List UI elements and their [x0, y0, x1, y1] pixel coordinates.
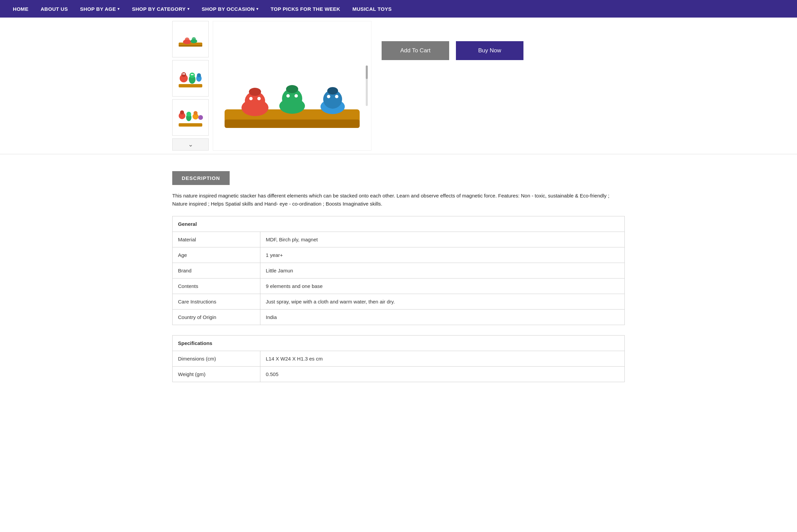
thumbnail-3[interactable] [172, 99, 209, 136]
table-row: Brand Little Jamun [172, 263, 625, 279]
shop-by-category-dropdown-icon: ▾ [187, 7, 189, 11]
svg-rect-1 [179, 45, 202, 46]
age-value: 1 year+ [260, 247, 625, 263]
product-title-area [382, 21, 625, 34]
shop-by-age-dropdown-icon: ▾ [117, 7, 119, 11]
nav-shop-by-occasion[interactable]: SHOP BY OCCASION ▾ [196, 0, 264, 18]
product-area: ⌄ [162, 18, 635, 151]
specs-table-header: Specifications [172, 336, 625, 351]
table-row: Care Instructions Just spray, wipe with … [172, 294, 625, 309]
specs-table: Specifications Dimensions (cm) L14 X W24… [172, 335, 625, 382]
svg-rect-16 [179, 84, 202, 88]
svg-point-13 [192, 74, 193, 75]
material-value: MDF, Birch ply, magnet [260, 232, 625, 247]
weight-value: 0.505 [260, 366, 625, 382]
thumbnail-1[interactable] [172, 21, 209, 57]
country-value: India [260, 309, 625, 325]
svg-point-29 [249, 97, 253, 100]
specs-table-body: Dimensions (cm) L14 X W24 X H1.3 es cm W… [172, 351, 625, 382]
nav-shop-by-category[interactable]: SHOP BY CATEGORY ▾ [126, 0, 196, 18]
svg-rect-24 [179, 123, 202, 127]
table-row: Dimensions (cm) L14 X W24 X H1.3 es cm [172, 351, 625, 366]
svg-point-11 [189, 73, 195, 78]
brand-label: Brand [172, 263, 260, 279]
chevron-down-icon: ⌄ [188, 141, 193, 148]
svg-point-39 [249, 88, 261, 96]
thumbnail-2[interactable] [172, 60, 209, 97]
table-row: Age 1 year+ [172, 247, 625, 263]
main-product-image [213, 21, 371, 151]
nav-about-us[interactable]: ABOUT US [34, 0, 74, 18]
svg-point-30 [257, 97, 261, 100]
thumbnail-list: ⌄ [172, 21, 209, 151]
country-label: Country of Origin [172, 309, 260, 325]
table-row: Contents 9 elements and one base [172, 279, 625, 294]
table-row: Material MDF, Birch ply, magnet [172, 232, 625, 247]
material-label: Material [172, 232, 260, 247]
nav-shop-by-age[interactable]: SHOP BY AGE ▾ [74, 0, 126, 18]
svg-point-34 [295, 94, 298, 98]
care-instructions-value: Just spray, wipe with a cloth and warm w… [260, 294, 625, 309]
brand-value: Little Jamun [260, 263, 625, 279]
description-section: DESCRIPTION This nature inspired magneti… [162, 161, 635, 402]
weight-label: Weight (gm) [172, 366, 260, 382]
nav-home[interactable]: HOME [7, 0, 34, 18]
contents-value: 9 elements and one base [260, 279, 625, 294]
thumbnail-scroll-down[interactable]: ⌄ [172, 138, 209, 151]
nav-musical-toys[interactable]: MUSICAL TOYS [346, 0, 397, 18]
dimensions-value: L14 X W24 X H1.3 es cm [260, 351, 625, 366]
add-to-cart-button[interactable]: Add To Cart [382, 41, 449, 60]
description-tab[interactable]: DESCRIPTION [172, 171, 230, 185]
svg-point-7 [181, 72, 186, 77]
general-table-body: Material MDF, Birch ply, magnet Age 1 ye… [172, 232, 625, 325]
svg-point-38 [335, 95, 338, 98]
svg-point-33 [286, 94, 290, 98]
image-scrollbar [366, 65, 368, 106]
svg-point-37 [327, 95, 330, 98]
nav-top-picks[interactable]: TOP PICKS FOR THE WEEK [264, 0, 346, 18]
svg-point-20 [186, 112, 191, 116]
general-info-table: General Material MDF, Birch ply, magnet … [172, 216, 625, 325]
table-row: Country of Origin India [172, 309, 625, 325]
shop-by-occasion-dropdown-icon: ▾ [256, 7, 258, 11]
svg-point-12 [191, 74, 192, 75]
svg-point-23 [198, 115, 203, 120]
svg-point-22 [193, 111, 198, 115]
age-label: Age [172, 247, 260, 263]
svg-rect-26 [225, 119, 360, 128]
action-buttons: Add To Cart Buy Now [382, 41, 625, 60]
contents-label: Contents [172, 279, 260, 294]
table-row: Weight (gm) 0.505 [172, 366, 625, 382]
care-instructions-label: Care Instructions [172, 294, 260, 309]
svg-point-5 [192, 37, 196, 41]
description-text: This nature inspired magnetic stacker ha… [172, 192, 625, 208]
svg-point-15 [197, 73, 201, 77]
svg-point-9 [184, 73, 185, 75]
section-divider [0, 154, 797, 154]
svg-point-8 [182, 73, 184, 75]
dimensions-label: Dimensions (cm) [172, 351, 260, 366]
general-table-header: General [172, 216, 625, 232]
buy-now-button[interactable]: Buy Now [456, 41, 523, 60]
svg-point-40 [286, 85, 298, 93]
product-info-section: Add To Cart Buy Now [382, 18, 625, 151]
navigation: HOME ABOUT US SHOP BY AGE ▾ SHOP BY CATE… [0, 0, 797, 18]
product-images-section: ⌄ [172, 18, 371, 151]
svg-point-4 [185, 37, 189, 42]
svg-point-18 [180, 110, 184, 114]
svg-point-41 [327, 87, 338, 95]
